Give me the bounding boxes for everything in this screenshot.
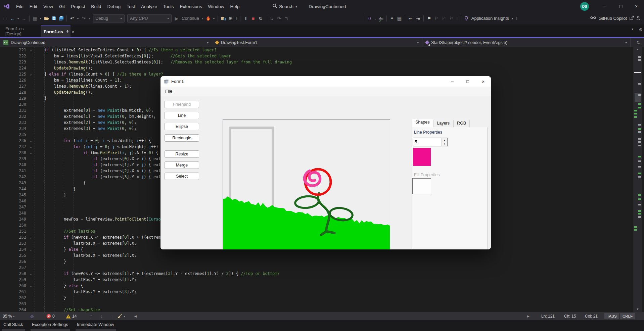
zoom-select[interactable]: 85 %▾ xyxy=(3,312,14,320)
panel-tab-immediate-window[interactable]: Immediate Window xyxy=(77,322,114,327)
menu-help[interactable]: Help xyxy=(227,3,243,10)
feedback-smiley-icon[interactable]: ☺ xyxy=(30,312,34,320)
continue-dropdown[interactable]: ▾ xyxy=(201,14,204,22)
undo-button[interactable]: ↶ xyxy=(69,14,76,22)
form1-minimize-button[interactable]: – xyxy=(445,76,460,87)
bookmark-overflow[interactable]: ⋮ xyxy=(455,14,459,22)
ellipse-tool-button[interactable]: Ellipse xyxy=(165,123,199,130)
spell-check-icon[interactable]: abc✓ xyxy=(377,17,385,20)
fold-chevron-icon[interactable]: ⌄ xyxy=(28,138,34,144)
line-color-swatch[interactable] xyxy=(413,148,431,166)
increase-indent-icon[interactable]: ⇥ xyxy=(415,14,421,22)
line-ending-indicator[interactable]: CRLF xyxy=(620,313,635,319)
select-tool-button[interactable]: Select xyxy=(165,173,199,180)
panel-tab-call-stack[interactable]: Call Stack xyxy=(3,322,23,327)
toolbar-overflow[interactable]: ⋮ xyxy=(235,14,238,22)
hot-reload-dropdown[interactable]: ▾ xyxy=(212,14,216,22)
clear-bookmarks-icon[interactable]: ⚐ xyxy=(448,14,455,22)
form1-close-button[interactable]: × xyxy=(475,76,491,87)
stop-button[interactable]: ■ xyxy=(250,14,257,22)
column-indicator[interactable]: Col: 21 xyxy=(585,312,598,320)
copilot-account-icon[interactable] xyxy=(636,16,641,21)
form1-maximize-button[interactable]: □ xyxy=(460,76,475,87)
tab-form1-cs[interactable]: Form1.cs × xyxy=(41,26,71,37)
github-copilot-button[interactable]: GitHub Copilot xyxy=(598,16,627,21)
avatar[interactable]: DS xyxy=(580,2,589,11)
restart-button[interactable]: ↻ xyxy=(257,14,264,22)
scroll-down-icon[interactable]: ▼ xyxy=(633,308,642,311)
fold-chevron-icon[interactable]: ⌄ xyxy=(28,71,34,77)
step-out-button[interactable]: ↰ xyxy=(283,14,290,22)
menu-window[interactable]: Window xyxy=(205,3,227,10)
panel-tab-shapes[interactable]: Shapes xyxy=(412,119,433,127)
minimize-button[interactable]: – xyxy=(598,0,613,13)
solution-platform-select[interactable]: Any CPU▾ xyxy=(127,14,172,22)
character-indicator[interactable]: Ch: 15 xyxy=(564,312,576,320)
fold-chevron-icon[interactable]: ⌄ xyxy=(28,234,34,240)
menu-analyze[interactable]: Analyze xyxy=(138,3,160,10)
form1-menu-file[interactable]: File xyxy=(162,88,175,95)
collapse-left-icon[interactable]: ◀ xyxy=(134,312,137,320)
code-map-icon[interactable]: ⟨⟩ xyxy=(366,14,373,22)
line-width-stepper[interactable]: 5 ▲ ▼ xyxy=(413,138,448,146)
menu-view[interactable]: View xyxy=(40,3,56,10)
fold-chevron-icon[interactable]: ⌄ xyxy=(28,144,34,150)
toggle-bookmark-icon[interactable]: ⚑ xyxy=(426,14,432,22)
tab-form1-design[interactable]: Form1.cs [Design] xyxy=(1,26,40,37)
fold-chevron-icon[interactable]: ⌄ xyxy=(28,283,34,289)
solution-configuration-select[interactable]: Debug▾ xyxy=(93,14,125,22)
fill-color-swatch[interactable] xyxy=(412,178,431,194)
split-editor-icon[interactable]: ⇅ xyxy=(633,38,643,47)
form1-titlebar[interactable]: Form1 – □ × xyxy=(160,76,491,87)
live-preview-icon[interactable]: ⊞ xyxy=(227,14,234,22)
menu-project[interactable]: Project xyxy=(68,3,88,10)
save-icon[interactable] xyxy=(50,14,57,22)
previous-issue-icon[interactable]: ↑ xyxy=(90,312,92,320)
application-insights-dropdown[interactable]: ▾ xyxy=(511,14,514,22)
pause-button[interactable]: ‖ xyxy=(242,14,249,22)
gear-icon[interactable]: ⚙ xyxy=(639,27,643,32)
fold-chevron-icon[interactable]: ⌄ xyxy=(28,271,34,277)
new-item-dropdown[interactable]: ▾ xyxy=(39,14,42,22)
merge-tool-button[interactable]: Merge xyxy=(165,161,199,169)
project-dropdown[interactable]: C# DrawingContinued ▾ xyxy=(0,38,212,47)
menu-debug[interactable]: Debug xyxy=(104,3,124,10)
stepper-down-icon[interactable]: ▼ xyxy=(442,142,447,146)
redo-button[interactable]: ↷ xyxy=(80,14,87,22)
search-control[interactable]: Search ▾ xyxy=(273,4,297,9)
step-into-button[interactable]: ↳ xyxy=(268,14,275,22)
step-over-button[interactable]: ↷ xyxy=(276,14,282,22)
app-insights-overflow[interactable]: ⋮ xyxy=(515,14,518,22)
stepper-up-icon[interactable]: ▲ xyxy=(442,138,447,142)
find-in-files-icon[interactable] xyxy=(220,14,227,22)
panel-tab-exception-settings[interactable]: Exception Settings xyxy=(32,322,68,327)
freehand-tool-button[interactable]: Freehand xyxy=(165,101,199,108)
fold-chevron-icon[interactable]: ⌄ xyxy=(28,47,34,53)
panel-tab-rgb[interactable]: RGB xyxy=(453,120,470,127)
application-insights-button[interactable]: Application Insights xyxy=(471,16,509,21)
continue-button[interactable]: Continue xyxy=(182,16,199,21)
error-count[interactable]: 0 xyxy=(46,312,55,320)
select-tool-icon[interactable]: ⌖ xyxy=(389,14,396,22)
tabs-mode-indicator[interactable]: TABS xyxy=(604,313,619,319)
navigate-forward-button[interactable]: → xyxy=(20,14,27,22)
menu-tools[interactable]: Tools xyxy=(160,3,177,10)
restore-button[interactable]: □ xyxy=(613,0,629,13)
open-file-icon[interactable] xyxy=(43,14,50,22)
line-tool-button[interactable]: Line xyxy=(165,112,199,119)
panel-tab-layers[interactable]: Layers xyxy=(433,120,453,127)
menu-file[interactable]: File xyxy=(13,3,27,10)
editor-scrollbar[interactable]: ▲ ▼ xyxy=(633,47,642,312)
fold-chevron-icon[interactable]: ⌄ xyxy=(28,150,34,156)
type-dropdown[interactable]: DrawingTest.Form1 ▾ xyxy=(212,38,422,47)
copilot-share-icon[interactable] xyxy=(629,16,634,21)
warning-count[interactable]: 14 xyxy=(66,312,77,320)
member-dropdown[interactable]: StartShape(object? sender, EventArgs e) … xyxy=(422,38,631,47)
fold-chevron-icon[interactable]: ⌄ xyxy=(28,246,34,252)
menu-edit[interactable]: Edit xyxy=(27,3,40,10)
next-bookmark-icon[interactable]: ⚐ xyxy=(441,14,447,22)
navigate-back-dropdown[interactable]: ▾ xyxy=(16,14,20,22)
save-all-icon[interactable] xyxy=(58,14,64,22)
hot-reload-flame-icon[interactable] xyxy=(205,14,212,22)
new-item-button[interactable]: ▦ xyxy=(32,14,38,22)
